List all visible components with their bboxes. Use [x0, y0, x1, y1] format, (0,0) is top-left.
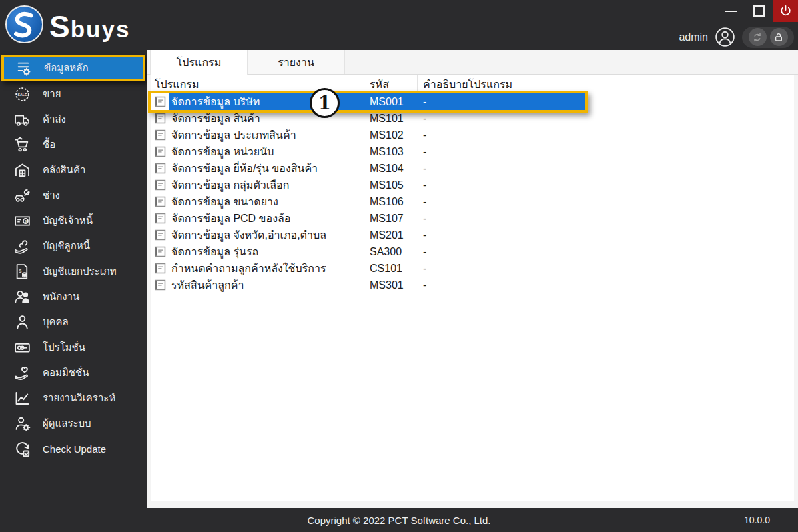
sidebar-item-analytics-report[interactable]: รายงานวิเคราะห์: [0, 385, 147, 411]
sidebar-item-purchase-cart[interactable]: ซื้อ: [0, 132, 147, 157]
program-form-icon: [155, 129, 166, 141]
table-row[interactable]: จัดการข้อมูล สินค้าMS101-: [151, 110, 585, 127]
program-code: MS106: [364, 193, 418, 210]
sidebar-item-general-ledger[interactable]: $บัญชีแยกประเภท: [0, 259, 147, 284]
table-row[interactable]: จัดการข้อมูล PCD ของล้อMS107-: [151, 210, 585, 227]
program-code: MS201: [364, 227, 418, 243]
tab-strip: โปรแกรมรายงาน: [147, 50, 798, 75]
brand-rest: buys: [71, 16, 131, 43]
sidebar-item-accounts-receivable[interactable]: บัญชีลูกหนี้: [0, 233, 147, 259]
minimize-button[interactable]: [717, 0, 745, 22]
program-name-cell: จัดการข้อมูล ประเภทสินค้า: [151, 127, 364, 143]
check-update-icon: [12, 439, 32, 459]
sidebar-item-master-data[interactable]: ข้อมูลหลัก: [1, 55, 145, 81]
wholesale-truck-icon: [12, 109, 32, 129]
program-name: รหัสสินค้าลูกค้า: [171, 277, 244, 293]
program-name-cell: จัดการข้อมูล ยี่ห้อ/รุ่น ของสินค้า: [151, 160, 364, 177]
sidebar-item-mechanic[interactable]: ช่าง: [0, 183, 147, 208]
sidebar-item-check-update[interactable]: Check Update: [0, 436, 147, 461]
program-name: จัดการข้อมูล หน่วยนับ: [171, 143, 274, 160]
table-row[interactable]: จัดการข้อมูล รุ่นรถSA300-: [151, 243, 585, 260]
program-description: -: [418, 110, 578, 127]
table-row[interactable]: จัดการข้อมูล หน่วยนับMS103-: [151, 143, 585, 160]
sidebar-item-commission[interactable]: คอมมิชชั่น: [0, 360, 147, 385]
brand-wordmark: Sbuys: [49, 9, 130, 45]
program-code: MS301: [364, 277, 418, 293]
program-form-icon: [155, 229, 166, 241]
sidebar-item-accounts-payable[interactable]: $บัญชีเจ้าหนี้: [0, 208, 147, 233]
program-name-cell: จัดการข้อมูล จังหวัด,อำเภอ,ตำบล: [151, 227, 364, 243]
program-name: จัดการข้อมูล จังหวัด,อำเภอ,ตำบล: [171, 227, 326, 243]
table-row[interactable]: จัดการข้อมูล จังหวัด,อำเภอ,ตำบลMS201-: [151, 227, 585, 243]
column-header-description[interactable]: คำอธิบายโปรแกรม: [418, 75, 578, 93]
sidebar-item-label: ช่าง: [43, 187, 60, 203]
sidebar-item-person[interactable]: บุคคล: [0, 309, 147, 335]
program-name-cell: รหัสสินค้าลูกค้า: [151, 277, 364, 293]
program-code: MS102: [364, 127, 418, 143]
program-code: MS101: [364, 110, 418, 127]
logged-in-user: admin: [679, 31, 708, 43]
table-row[interactable]: รหัสสินค้าลูกค้าMS301-: [151, 277, 585, 293]
sidebar-item-label: คลังสินค้า: [43, 162, 85, 178]
program-name-cell: จัดการข้อมูล กลุ่มตัวเลือก: [151, 177, 364, 193]
power-close-button[interactable]: [773, 0, 798, 22]
lock-button[interactable]: [770, 28, 788, 46]
program-name-cell: จัดการข้อมูล ขนาดยาง: [151, 193, 364, 210]
sidebar-item-promotion[interactable]: โปรโมชั่น: [0, 335, 147, 360]
program-name: จัดการข้อมูล ขนาดยาง: [171, 193, 278, 210]
program-name: กำหนดคำถามลูกค้าหลังใช้บริการ: [171, 260, 326, 277]
status-bar: Copyright © 2022 PCT Software Co., Ltd. …: [0, 508, 798, 532]
sidebar-item-label: Check Update: [43, 443, 106, 455]
sidebar-nav: ข้อมูลหลักSALEขายค้าส่งซื้อคลังสินค้าช่า…: [0, 50, 147, 508]
sidebar-item-administrator[interactable]: ผู้ดูแลระบบ: [0, 411, 147, 436]
table-row[interactable]: จัดการข้อมูล ประเภทสินค้าMS102-: [151, 127, 585, 143]
sidebar-item-warehouse[interactable]: คลังสินค้า: [0, 157, 147, 183]
master-data-icon: [13, 58, 33, 78]
table-row[interactable]: จัดการข้อมูล ยี่ห้อ/รุ่น ของสินค้าMS104-: [151, 160, 585, 177]
maximize-button[interactable]: [745, 0, 773, 22]
sidebar-item-label: พนักงาน: [43, 289, 79, 305]
sidebar-item-wholesale-truck[interactable]: ค้าส่ง: [0, 107, 147, 132]
program-name: จัดการข้อมูล กลุ่มตัวเลือก: [171, 177, 289, 193]
table-row[interactable]: จัดการข้อมูล กลุ่มตัวเลือกMS105-: [151, 177, 585, 193]
program-description: -: [418, 193, 578, 210]
sidebar-item-label: บุคคล: [43, 314, 69, 330]
program-form-icon: [155, 146, 166, 157]
sidebar-item-label: คอมมิชชั่น: [43, 365, 89, 381]
maximize-icon: [753, 5, 765, 17]
sidebar-item-employees[interactable]: พนักงาน: [0, 284, 147, 309]
brand-initial: S: [49, 9, 71, 45]
sidebar-item-sale[interactable]: SALEขาย: [0, 81, 147, 107]
sidebar-item-label: บัญชีลูกหนี้: [43, 238, 90, 254]
promotion-icon: [12, 337, 32, 357]
program-code: MS105: [364, 177, 418, 193]
program-description: -: [418, 227, 578, 243]
accounts-payable-icon: $: [12, 211, 32, 231]
program-description: -: [418, 260, 578, 277]
table-row[interactable]: กำหนดคำถามลูกค้าหลังใช้บริการCS101-: [151, 260, 585, 277]
sidebar-item-label: ซื้อ: [43, 137, 55, 153]
refresh-button[interactable]: [749, 28, 767, 46]
program-form-icon: [155, 179, 166, 191]
minimize-icon: [725, 11, 737, 12]
program-description: -: [418, 243, 578, 260]
table-row[interactable]: จัดการข้อมูล บริษัทMS001-: [151, 93, 585, 110]
sale-icon: SALE: [12, 84, 32, 104]
tab-programs[interactable]: โปรแกรม: [150, 50, 248, 75]
user-avatar-icon[interactable]: [715, 27, 735, 47]
program-description: -: [418, 127, 578, 143]
program-form-icon: [155, 96, 166, 107]
warehouse-icon: [12, 160, 32, 180]
program-description: -: [418, 177, 578, 193]
column-header-code[interactable]: รหัส: [364, 75, 418, 93]
program-code: MS104: [364, 160, 418, 177]
commission-icon: [12, 363, 32, 383]
titlebar: Sbuys admin: [0, 0, 798, 50]
program-name: จัดการข้อมูล ยี่ห้อ/รุ่น ของสินค้า: [171, 160, 318, 177]
tab-reports[interactable]: รายงาน: [248, 50, 345, 74]
program-name-cell: จัดการข้อมูล หน่วยนับ: [151, 143, 364, 160]
program-form-icon: [155, 246, 166, 257]
program-name: จัดการข้อมูล บริษัท: [171, 93, 260, 110]
program-code: MS001: [364, 93, 418, 110]
table-row[interactable]: จัดการข้อมูล ขนาดยางMS106-: [151, 193, 585, 210]
